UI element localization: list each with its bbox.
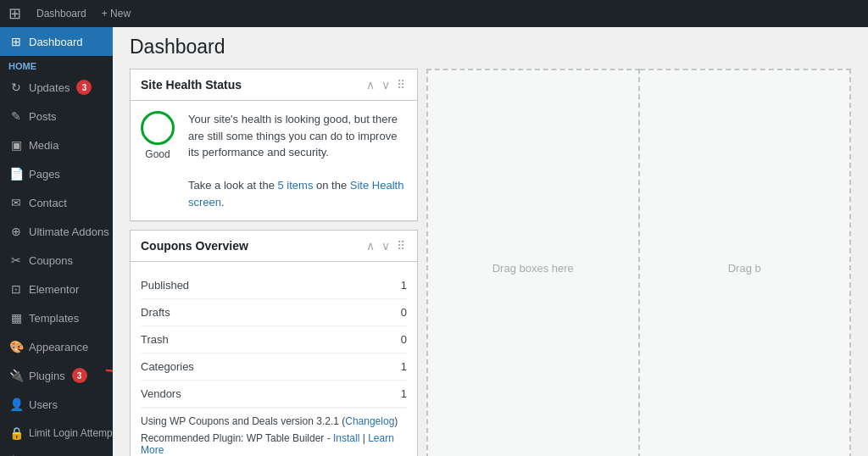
health-items-link[interactable]: 5 items	[278, 179, 314, 192]
site-health-handle-btn[interactable]: ⠿	[395, 76, 407, 93]
coupon-label-drafts: Drafts	[141, 306, 170, 319]
coupon-label-vendors: Vendors	[141, 387, 181, 400]
admin-bar-site[interactable]: Dashboard	[30, 0, 93, 27]
health-label: Good	[145, 148, 170, 160]
limit-login-icon: 🔒	[8, 425, 24, 441]
coupon-count-drafts: 0	[401, 306, 407, 319]
coupons-body: Published 1 Drafts 0 Trash 0 Categorie	[131, 262, 417, 456]
coupons-handle-btn[interactable]: ⠿	[395, 237, 407, 254]
coupons-icon: ✂	[8, 253, 24, 268]
coupon-recommended-row: Recommended Plugin: WP Table Builder - I…	[141, 432, 407, 456]
sidebar-item-limit-login[interactable]: 🔒 Limit Login Attempts	[0, 419, 113, 448]
coupon-count-vendors: 1	[401, 387, 407, 400]
sidebar-label-elementor: Elementor	[29, 283, 79, 296]
sidebar-item-dashboard[interactable]: ⊞ Dashboard	[0, 27, 113, 56]
health-circle	[141, 111, 175, 145]
sidebar-label-updates: Updates	[29, 81, 70, 94]
site-health-collapse-btn[interactable]: ∧	[364, 76, 376, 93]
coupons-collapse-btn[interactable]: ∧	[364, 237, 376, 254]
changelog-link[interactable]: Changelog	[345, 415, 394, 427]
coupons-expand-btn[interactable]: ∨	[380, 237, 392, 254]
sidebar-item-ultimate-addons[interactable]: ⊕ Ultimate Addons	[0, 217, 113, 246]
sidebar-label-templates: Templates	[29, 312, 79, 325]
site-health-body: Good Your site's health is looking good,…	[131, 101, 417, 220]
sidebar: ⊞ Dashboard Home ↻ Updates 3 ✎ Posts ▣ M…	[0, 27, 113, 456]
dashboard-icon: ⊞	[8, 34, 24, 49]
coupon-footer: Using WP Coupons and Deals version 3.2.1…	[141, 408, 407, 456]
updates-badge: 3	[76, 80, 92, 95]
coupon-count-categories: 1	[401, 360, 407, 373]
sidebar-item-elementor[interactable]: ⊡ Elementor	[0, 275, 113, 303]
ultimate-addons-icon: ⊕	[8, 224, 24, 239]
templates-icon: ▦	[8, 310, 24, 325]
sidebar-item-pages[interactable]: 📄 Pages	[0, 159, 113, 188]
health-desc-text: Your site's health is looking good, but …	[188, 113, 398, 158]
drag-box-1[interactable]: Drag boxes here	[426, 69, 640, 456]
drag-box-2-label: Drag b	[728, 262, 761, 275]
dashboard-widgets-column: Site Health Status ∧ ∨ ⠿ Good	[130, 69, 418, 456]
sidebar-label-pages: Pages	[29, 168, 60, 181]
sidebar-label-contact: Contact	[29, 197, 67, 209]
admin-bar: ⊞ Dashboard + New	[0, 0, 868, 27]
main-wrapper: ⊞ Dashboard Home ↻ Updates 3 ✎ Posts ▣ M…	[0, 27, 868, 456]
admin-bar-items: Dashboard + New	[30, 0, 137, 27]
sidebar-item-media[interactable]: ▣ Media	[0, 131, 113, 159]
drag-box-2[interactable]: Drag b	[640, 69, 852, 456]
sidebar-item-coupons[interactable]: ✂ Coupons	[0, 246, 113, 275]
coupon-count-trash: 0	[401, 333, 407, 346]
site-health-controls: ∧ ∨ ⠿	[364, 76, 407, 93]
sidebar-item-appearance[interactable]: 🎨 Appearance	[0, 332, 113, 361]
sidebar-label-media: Media	[29, 139, 58, 152]
sidebar-label-limit-login: Limit Login Attempts	[29, 427, 113, 439]
updates-icon: ↻	[8, 80, 24, 95]
site-health-title: Site Health Status	[141, 78, 242, 92]
sidebar-item-tools[interactable]: 🔧 Tools	[0, 448, 113, 456]
coupons-overview-header: Coupons Overview ∧ ∨ ⠿	[131, 231, 417, 262]
sidebar-item-users[interactable]: 👤 Users	[0, 390, 113, 419]
red-arrow-indicator	[103, 366, 113, 409]
site-health-widget: Site Health Status ∧ ∨ ⠿ Good	[130, 69, 418, 221]
admin-bar-new[interactable]: + New	[95, 0, 137, 27]
users-icon: 👤	[8, 397, 24, 412]
sidebar-item-plugins[interactable]: 🔌 Plugins 3	[0, 361, 113, 390]
media-icon: ▣	[8, 137, 24, 153]
sidebar-item-templates[interactable]: ▦ Templates	[0, 303, 113, 332]
dashboard-grid: Site Health Status ∧ ∨ ⠿ Good	[130, 69, 851, 456]
coupon-label-trash: Trash	[141, 333, 169, 346]
appearance-icon: 🎨	[8, 339, 24, 354]
health-description: Your site's health is looking good, but …	[188, 111, 407, 210]
contact-icon: ✉	[8, 195, 24, 210]
site-health-expand-btn[interactable]: ∨	[380, 76, 392, 93]
coupon-row-drafts: Drafts 0	[141, 299, 407, 326]
content-area: Dashboard Site Health Status ∧ ∨ ⠿	[113, 27, 868, 456]
drag-box-1-label: Drag boxes here	[492, 262, 574, 275]
health-items-count: 5 items	[278, 179, 314, 192]
health-icon-wrap: Good	[141, 111, 175, 160]
wp-logo[interactable]: ⊞	[8, 4, 21, 23]
sidebar-home-section: Home	[0, 56, 113, 73]
site-health-content: Good Your site's health is looking good,…	[141, 111, 407, 210]
coupon-row-categories: Categories 1	[141, 353, 407, 381]
sidebar-item-posts[interactable]: ✎ Posts	[0, 102, 113, 131]
coupon-version-text: Using WP Coupons and Deals version 3.2.1…	[141, 415, 407, 427]
page-title: Dashboard	[130, 36, 851, 58]
health-items-prefix: Take a look at the	[188, 179, 278, 192]
recommended-text: Recommended Plugin: WP Table Builder -	[141, 432, 333, 444]
coupon-count-published: 1	[401, 279, 407, 292]
coupon-row-vendors: Vendors 1	[141, 381, 407, 408]
sidebar-label-dashboard: Dashboard	[29, 36, 83, 48]
coupons-overview-widget: Coupons Overview ∧ ∨ ⠿ Published 1	[130, 230, 418, 456]
coupon-row-published: Published 1	[141, 272, 407, 299]
pages-icon: 📄	[8, 166, 24, 181]
install-link[interactable]: Install	[333, 432, 359, 444]
plugins-badge: 3	[72, 368, 87, 383]
sidebar-item-contact[interactable]: ✉ Contact	[0, 188, 113, 217]
coupon-label-published: Published	[141, 279, 189, 292]
elementor-icon: ⊡	[8, 281, 24, 297]
sidebar-label-appearance: Appearance	[29, 341, 88, 353]
plugins-icon: 🔌	[8, 368, 24, 383]
posts-icon: ✎	[8, 108, 24, 124]
sidebar-item-updates[interactable]: ↻ Updates 3	[0, 73, 113, 102]
sidebar-label-ultimate-addons: Ultimate Addons	[29, 225, 109, 238]
sidebar-label-plugins: Plugins	[29, 370, 65, 382]
